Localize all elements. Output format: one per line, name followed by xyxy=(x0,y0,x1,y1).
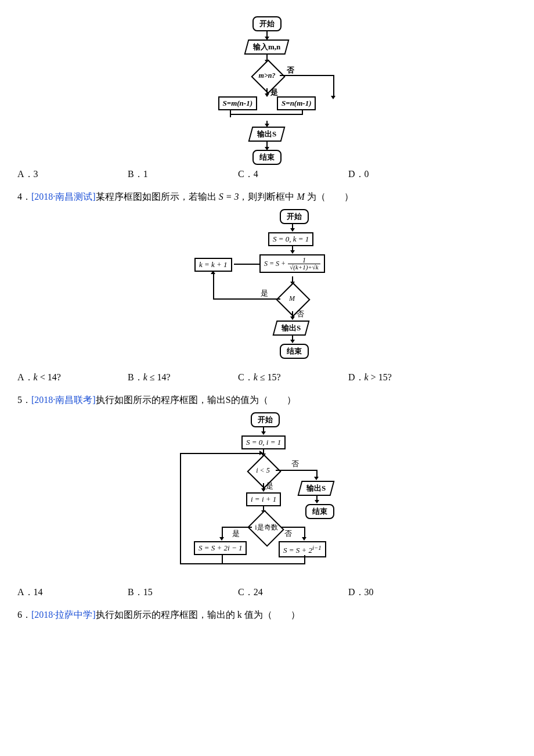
fc-start: 开始 xyxy=(252,16,282,31)
fc-decision-2: i是奇数 xyxy=(250,514,283,540)
fc-label-yes: 是 xyxy=(261,288,268,298)
q5-flowchart: 开始 S = 0, i = 1 i < 5 否 是 输出S 结束 i = i +… xyxy=(17,412,517,583)
fc-end: 结束 xyxy=(305,504,334,519)
q5-opt-d: D．30 xyxy=(348,586,459,599)
fc-sum: S = S + 1 √(k+1)+√k xyxy=(259,254,325,273)
fc-output: 输出S xyxy=(248,127,286,142)
fc-output: 输出S xyxy=(298,481,335,496)
fc-label-yes: 是 xyxy=(270,87,278,98)
q3-options: A．3 B．1 C．4 D．0 xyxy=(17,168,517,181)
fc-decision: M xyxy=(279,286,305,311)
q4-flowchart: 开始 S = 0, k = 1 S = S + 1 √(k+1)+√k k = … xyxy=(17,209,517,368)
fc-output: 输出S xyxy=(273,321,310,336)
fc-input: 输入m,n xyxy=(244,39,290,55)
q5-options: A．14 B．15 C．24 D．30 xyxy=(17,586,517,599)
fc-inc: k = k + 1 xyxy=(194,258,232,272)
fc-label-no: 否 xyxy=(297,309,304,319)
fc-label-no-1: 否 xyxy=(291,459,299,469)
fc-start: 开始 xyxy=(280,209,309,224)
q3-opt-a: A．3 xyxy=(17,168,128,181)
q3-opt-c: C．4 xyxy=(238,168,348,181)
q4-text: 4．[2018·南昌测试]某程序框图如图所示，若输出 S = 3，则判断框中 M… xyxy=(17,189,517,204)
fc-assign-left: S=m(n-1) xyxy=(218,96,257,110)
q4-opt-a: A．k < 14? xyxy=(17,372,128,384)
q5-opt-c: C．24 xyxy=(238,586,348,599)
q5-text: 5．[2018·南昌联考]执行如图所示的程序框图，输出S的值为（ ） xyxy=(17,392,517,408)
q4-opt-b: B．k ≤ 14? xyxy=(128,372,238,384)
q4-opt-c: C．k ≤ 15? xyxy=(238,372,348,384)
fc-init: S = 0, k = 1 xyxy=(268,232,313,246)
q6-text: 6．[2018·拉萨中学]执行如图所示的程序框图，输出的 k 值为（ ） xyxy=(17,607,517,622)
q5-opt-b: B．15 xyxy=(128,586,238,599)
fc-inc: i = i + 1 xyxy=(246,492,281,506)
fc-label-no-2: 否 xyxy=(284,528,292,539)
fc-start: 开始 xyxy=(251,412,280,427)
fc-decision: m>n? xyxy=(254,63,280,88)
q6-source: [2018·拉萨中学] xyxy=(31,610,96,620)
fc-assign-right: S=n(m-1) xyxy=(277,96,316,110)
q5-source: [2018·南昌联考] xyxy=(31,395,96,405)
fc-init: S = 0, i = 1 xyxy=(241,435,286,449)
fc-assign-right: S = S + 2i−1 xyxy=(279,541,326,557)
fc-label-yes-2: 是 xyxy=(232,528,240,539)
fc-assign-left: S = S + 2i − 1 xyxy=(194,541,247,555)
fc-label-yes-1: 是 xyxy=(266,481,273,491)
fc-decision-1: i < 5 xyxy=(250,458,276,483)
q5-opt-a: A．14 xyxy=(17,586,128,599)
fc-end: 结束 xyxy=(252,150,282,165)
q4-options: A．k < 14? B．k ≤ 14? C．k ≤ 15? D．k > 15? xyxy=(17,372,517,384)
q3-opt-b: B．1 xyxy=(128,168,238,181)
q4-source: [2018·南昌测试] xyxy=(31,192,96,201)
fc-end: 结束 xyxy=(280,344,309,359)
fc-label-no: 否 xyxy=(287,65,294,75)
q3-flowchart: 开始 输入m,n m>n? 否 是 S=m(n-1) S=n(m-1) xyxy=(17,16,517,165)
q4-opt-d: D．k > 15? xyxy=(348,372,459,384)
q3-opt-d: D．0 xyxy=(348,168,459,181)
